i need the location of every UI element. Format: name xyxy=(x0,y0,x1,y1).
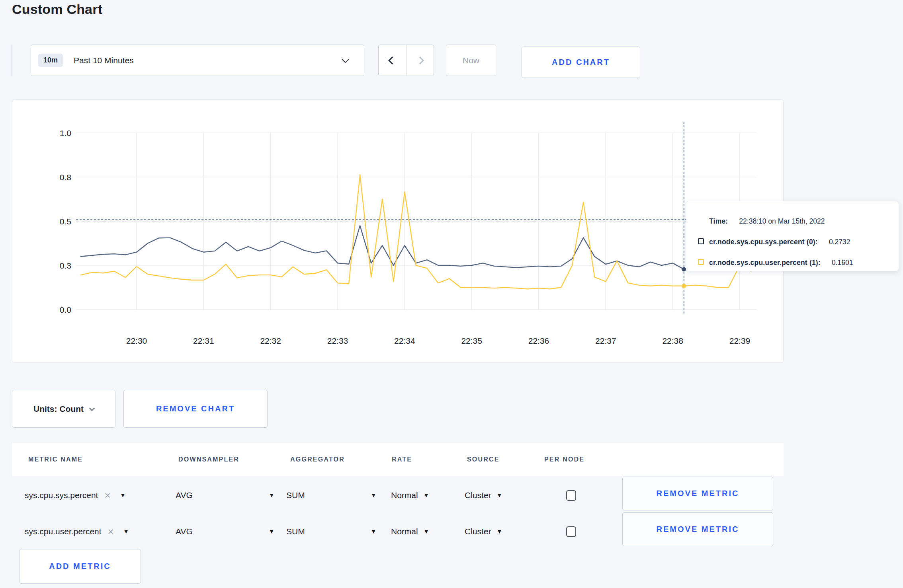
next-time-button[interactable] xyxy=(407,45,434,76)
aggregator-value: SUM xyxy=(286,527,305,536)
tooltip-time-value: 22:38:10 on Mar 15th, 2022 xyxy=(739,217,825,226)
downsampler-select[interactable]: AVG ▼ xyxy=(176,514,274,549)
per-node-cell xyxy=(566,514,576,549)
x-axis-tick-label: 22:35 xyxy=(461,336,482,345)
crosshair-dot-cr.node.sys.cpu.user.percent xyxy=(682,284,686,288)
add-metric-button[interactable]: ADD METRIC xyxy=(19,549,141,584)
units-dropdown[interactable]: Units: Count xyxy=(12,390,115,428)
source-value: Cluster xyxy=(465,527,491,536)
y-axis-tick-label: 0.0 xyxy=(60,305,71,314)
column-header-aggregator: AGGREGATOR xyxy=(290,443,345,476)
column-header-downsampler: DOWNSAMPLER xyxy=(178,443,239,476)
y-axis-tick-label: 1.0 xyxy=(60,129,71,138)
metric-row: sys.cpu.sys.percent × ▼ AVG ▼ SUM ▼ Norm… xyxy=(12,477,784,513)
x-axis-tick-label: 22:37 xyxy=(595,336,616,345)
metric-name-value: sys.cpu.user.percent xyxy=(25,527,102,536)
remove-metric-button[interactable]: REMOVE METRIC xyxy=(622,477,773,510)
y-axis-tick-label: 0.5 xyxy=(60,217,71,226)
x-axis-tick-label: 22:31 xyxy=(193,336,214,345)
time-range-label: Past 10 Minutes xyxy=(74,56,134,65)
tooltip-time-label: Time: xyxy=(709,217,728,226)
tooltip-series-name: cr.node.sys.cpu.sys.percent (0): xyxy=(709,238,818,246)
column-header-metric-name: METRIC NAME xyxy=(28,443,83,476)
chart-canvas[interactable]: 0.00.30.50.81.022:3022:3122:3222:3322:34… xyxy=(12,100,783,362)
source-select[interactable]: Cluster ▼ xyxy=(465,514,502,549)
chevron-down-icon xyxy=(342,56,349,63)
x-axis-tick-label: 22:39 xyxy=(729,336,751,345)
dropdown-arrow-icon: ▼ xyxy=(497,492,502,498)
dropdown-arrow-icon: ▼ xyxy=(424,528,429,535)
metric-name-dropdown[interactable]: sys.cpu.sys.percent × ▼ xyxy=(25,477,125,513)
dropdown-arrow-icon: ▼ xyxy=(269,528,274,535)
chevron-left-icon xyxy=(388,56,396,64)
dropdown-arrow-icon: ▼ xyxy=(269,492,274,498)
rate-value: Normal xyxy=(391,527,418,536)
dropdown-arrow-icon: ▼ xyxy=(424,492,429,498)
now-button[interactable]: Now xyxy=(446,45,496,76)
time-range-dropdown[interactable]: 10m Past 10 Minutes xyxy=(31,45,364,76)
source-select[interactable]: Cluster ▼ xyxy=(465,477,502,513)
dropdown-arrow-icon: ▼ xyxy=(120,492,126,498)
chevron-down-icon xyxy=(89,405,95,411)
toolbar-divider xyxy=(12,45,12,76)
x-axis-tick-label: 22:38 xyxy=(662,336,683,345)
series-line-cr.node.sys.cpu.user.percent xyxy=(81,175,751,289)
downsampler-select[interactable]: AVG ▼ xyxy=(176,477,274,513)
chart-tooltip: Time: 22:38:10 on Mar 15th, 2022 cr.node… xyxy=(686,201,899,271)
source-value: Cluster xyxy=(465,491,491,500)
remove-metric-button[interactable]: REMOVE METRIC xyxy=(622,512,773,546)
chevron-right-icon xyxy=(416,56,424,64)
dropdown-arrow-icon: ▼ xyxy=(371,528,376,535)
dropdown-arrow-icon: ▼ xyxy=(123,528,129,535)
remove-chart-button[interactable]: REMOVE CHART xyxy=(123,390,268,428)
series-user-swatch-icon xyxy=(698,259,704,265)
x-axis-tick-label: 22:34 xyxy=(394,336,415,345)
rate-value: Normal xyxy=(391,491,418,500)
custom-chart-page: Custom Chart 10m Past 10 Minutes Now ADD… xyxy=(0,0,903,588)
tooltip-series-value: 0.2732 xyxy=(829,238,850,246)
x-axis-tick-label: 22:32 xyxy=(260,336,281,345)
time-pager xyxy=(378,45,434,76)
metric-row: sys.cpu.user.percent × ▼ AVG ▼ SUM ▼ Nor… xyxy=(12,514,784,549)
tooltip-series-row: cr.node.sys.cpu.user.percent (1): 0.1601 xyxy=(686,252,899,273)
downsampler-value: AVG xyxy=(176,527,193,536)
chart-card: 0.00.30.50.81.022:3022:3122:3222:3322:34… xyxy=(12,99,784,363)
x-axis-tick-label: 22:30 xyxy=(126,336,147,345)
per-node-checkbox[interactable] xyxy=(566,490,576,501)
units-label: Units: Count xyxy=(33,404,84,414)
aggregator-select[interactable]: SUM ▼ xyxy=(286,514,376,549)
metrics-table-header: METRIC NAME DOWNSAMPLER AGGREGATOR RATE … xyxy=(12,443,784,476)
per-node-cell xyxy=(566,477,576,513)
rate-select[interactable]: Normal ▼ xyxy=(391,514,429,549)
x-axis-tick-label: 22:36 xyxy=(528,336,549,345)
downsampler-value: AVG xyxy=(176,491,193,500)
y-axis-tick-label: 0.8 xyxy=(60,173,71,182)
x-axis-tick-label: 22:33 xyxy=(327,336,348,345)
time-range-badge: 10m xyxy=(38,54,63,67)
tooltip-series-name: cr.node.sys.cpu.user.percent (1): xyxy=(709,259,821,267)
metric-name-dropdown[interactable]: sys.cpu.user.percent × ▼ xyxy=(25,514,129,549)
column-header-per-node: PER NODE xyxy=(544,443,584,476)
series-sys-swatch-icon xyxy=(698,238,704,244)
aggregator-value: SUM xyxy=(286,491,305,500)
clear-metric-icon[interactable]: × xyxy=(104,490,110,500)
tooltip-series-value: 0.1601 xyxy=(832,259,853,267)
clear-metric-icon[interactable]: × xyxy=(108,526,114,537)
aggregator-select[interactable]: SUM ▼ xyxy=(286,477,376,513)
add-chart-button[interactable]: ADD CHART xyxy=(522,47,640,78)
column-header-source: SOURCE xyxy=(467,443,500,476)
tooltip-time-row: Time: 22:38:10 on Mar 15th, 2022 xyxy=(686,211,899,232)
dropdown-arrow-icon: ▼ xyxy=(497,528,502,535)
page-title: Custom Chart xyxy=(12,2,102,17)
tooltip-series-row: cr.node.sys.cpu.sys.percent (0): 0.2732 xyxy=(686,232,899,252)
column-header-rate: RATE xyxy=(392,443,412,476)
per-node-checkbox[interactable] xyxy=(566,526,576,537)
metric-name-value: sys.cpu.sys.percent xyxy=(25,491,98,500)
rate-select[interactable]: Normal ▼ xyxy=(391,477,429,513)
y-axis-tick-label: 0.3 xyxy=(60,261,71,270)
prev-time-button[interactable] xyxy=(379,45,407,76)
dropdown-arrow-icon: ▼ xyxy=(371,492,376,498)
